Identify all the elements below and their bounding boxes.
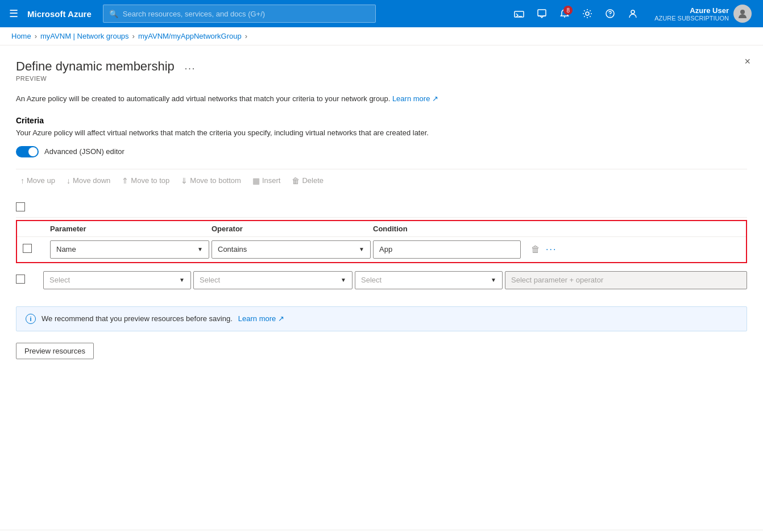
info-icon: i <box>26 314 36 324</box>
row2-parameter-dropdown[interactable]: Select ▼ <box>43 271 191 289</box>
row2-operator2-placeholder: Select <box>361 276 382 284</box>
svg-point-4 <box>586 12 589 15</box>
close-button[interactable]: × <box>741 55 754 69</box>
delete-icon: 🗑 <box>292 176 300 185</box>
notification-badge: 8 <box>563 6 573 15</box>
learn-more-link[interactable]: Learn more ↗ <box>392 94 438 103</box>
criteria-header-row: Parameter Operator Condition <box>17 221 746 237</box>
row1-operator-chevron: ▼ <box>359 246 364 252</box>
row1-actions: 🗑 ··· <box>523 243 569 256</box>
operator-header: Operator <box>212 225 371 233</box>
row2-operator2-dropdown[interactable]: Select ▼ <box>355 271 503 289</box>
advanced-editor-toggle[interactable] <box>16 146 39 157</box>
hamburger-icon[interactable]: ☰ <box>7 5 20 22</box>
move-up-button[interactable]: ↑ Move up <box>16 174 60 188</box>
row1-trash-icon: 🗑 <box>531 244 540 254</box>
row1-parameter-chevron: ▼ <box>197 246 203 252</box>
insert-icon: ▦ <box>252 176 260 185</box>
preview-resources-button[interactable]: Preview resources <box>16 343 94 359</box>
move-up-icon: ↑ <box>20 176 24 185</box>
breadcrumb-sep-2: › <box>132 32 135 40</box>
row2-condition-disabled: Select parameter + operator <box>505 271 747 289</box>
recommend-text: We recommend that you preview resources … <box>42 314 233 323</box>
feedback-icon[interactable] <box>532 3 552 24</box>
highlighted-criteria-section: Parameter Operator Condition Name ▼ <box>16 220 747 263</box>
user-settings-icon[interactable] <box>623 3 643 24</box>
row1-delete-button[interactable]: 🗑 <box>530 243 541 256</box>
main-panel: Define dynamic membership ... PREVIEW × … <box>0 45 763 530</box>
row2-operator2-chevron: ▼ <box>491 277 496 283</box>
criteria-title: Criteria <box>16 116 747 125</box>
search-input[interactable] <box>123 10 370 18</box>
move-to-bottom-button[interactable]: ⇓ Move to bottom <box>176 174 246 188</box>
move-down-button[interactable]: ↓ Move down <box>62 174 115 188</box>
delete-label: Delete <box>302 176 324 185</box>
row1-condition-input[interactable] <box>373 240 521 259</box>
row2-parameter-chevron: ▼ <box>179 277 185 283</box>
panel-header: Define dynamic membership ... PREVIEW × <box>16 59 747 82</box>
svg-point-8 <box>740 10 745 14</box>
user-info: Azure User AZURE SUBSCRIPTIUON <box>654 6 729 22</box>
help-icon[interactable] <box>600 3 620 24</box>
panel-subtitle: PREVIEW <box>16 75 199 82</box>
move-to-bottom-icon: ⇓ <box>181 176 188 185</box>
notification-icon[interactable]: 8 <box>554 3 575 24</box>
row1-operator-value: Contains <box>218 245 247 253</box>
row1-condition-field[interactable] <box>373 240 521 259</box>
move-to-top-label: Move to top <box>131 176 169 185</box>
row1-parameter-dropdown[interactable]: Name ▼ <box>50 240 209 259</box>
criteria-row-1: Name ▼ Contains ▼ 🗑 · <box>17 237 746 262</box>
criteria-table: Parameter Operator Condition Name ▼ <box>16 199 747 293</box>
toolbar: ↑ Move up ↓ Move down ⇑ Move to top ⇓ Mo… <box>16 174 747 188</box>
user-subscription: AZURE SUBSCRIPTIUON <box>654 15 729 22</box>
breadcrumb-network-groups[interactable]: myAVNM | Network groups <box>40 32 129 40</box>
row2-operator-dropdown[interactable]: Select ▼ <box>193 271 353 289</box>
condition-header: Condition <box>373 225 521 233</box>
breadcrumb-sep-3: › <box>245 32 247 40</box>
user-profile[interactable]: Azure User AZURE SUBSCRIPTIUON <box>650 0 756 27</box>
recommend-learn-more[interactable]: Learn more ↗ <box>238 314 284 323</box>
row2-operator-placeholder: Select <box>200 276 220 284</box>
insert-button[interactable]: ▦ Insert <box>248 174 285 188</box>
divider-1 <box>16 169 747 169</box>
toggle-label: Advanced (JSON) editor <box>44 147 125 156</box>
move-up-label: Move up <box>27 176 55 185</box>
breadcrumb-sep-1: › <box>35 32 37 40</box>
ellipsis-button[interactable]: ... <box>181 60 199 73</box>
svg-point-6 <box>609 15 611 16</box>
nav-icons: 8 <box>509 3 643 24</box>
move-to-top-icon: ⇑ <box>122 176 128 185</box>
row2-operator-chevron: ▼ <box>341 277 346 283</box>
move-down-label: Move down <box>73 176 110 185</box>
cloud-shell-icon[interactable] <box>509 3 529 24</box>
parameter-header: Parameter <box>50 225 209 233</box>
user-name: Azure User <box>654 6 729 15</box>
row1-checkbox[interactable] <box>23 244 48 255</box>
recommend-box: i We recommend that you preview resource… <box>16 306 747 331</box>
search-icon: 🔍 <box>109 10 118 18</box>
criteria-row-2: Select ▼ Select ▼ Select ▼ Select parame… <box>16 268 747 293</box>
avatar <box>733 5 752 23</box>
row2-parameter-placeholder: Select <box>49 276 70 284</box>
insert-label: Insert <box>262 176 281 185</box>
top-navigation: ☰ Microsoft Azure 🔍 8 Azure User AZURE S… <box>0 0 763 27</box>
move-to-bottom-label: Move to bottom <box>190 176 241 185</box>
row1-more-button[interactable]: ··· <box>546 244 557 255</box>
info-text: An Azure policy will be created to autom… <box>16 93 747 105</box>
breadcrumb-home[interactable]: Home <box>11 32 31 40</box>
move-to-top-button[interactable]: ⇑ Move to top <box>117 174 174 188</box>
row2-checkbox[interactable] <box>16 275 41 286</box>
search-box[interactable]: 🔍 <box>103 5 376 23</box>
row1-operator-dropdown[interactable]: Contains ▼ <box>212 240 371 259</box>
svg-rect-2 <box>538 10 546 16</box>
panel-title-group: Define dynamic membership ... PREVIEW <box>16 59 199 82</box>
settings-icon[interactable] <box>577 3 598 24</box>
toggle-thumb <box>28 147 38 156</box>
delete-button[interactable]: 🗑 Delete <box>287 174 328 188</box>
bottom-bar: Save Cancel <box>0 530 763 532</box>
row2-condition-placeholder: Select parameter + operator <box>511 276 603 284</box>
page-title: Define dynamic membership <box>16 59 175 74</box>
move-down-icon: ↓ <box>67 176 71 185</box>
breadcrumb-app-network-group[interactable]: myAVNM/myAppNetworkGroup <box>138 32 242 40</box>
row0-checkbox[interactable] <box>16 202 41 214</box>
